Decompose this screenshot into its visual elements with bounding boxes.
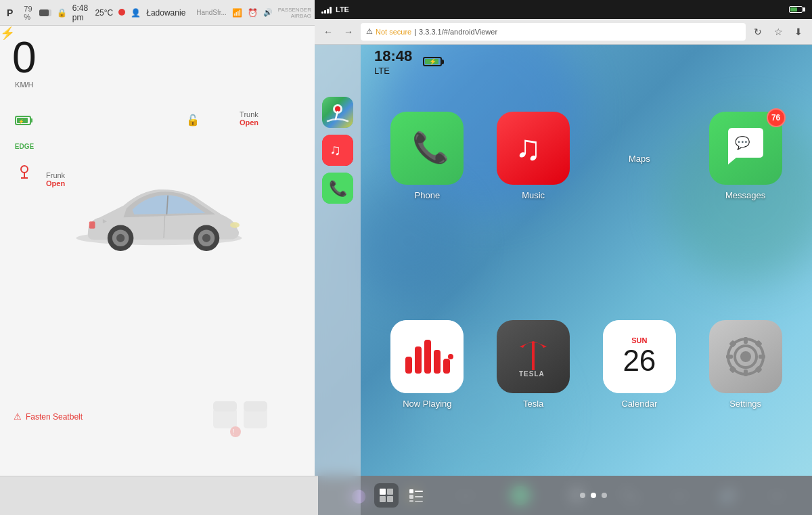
- svg-point-14: [202, 234, 210, 242]
- app-settings[interactable]: Settings: [699, 320, 792, 409]
- svg-text:📞: 📞: [329, 179, 348, 198]
- svg-text:♫: ♫: [515, 128, 541, 167]
- maps-label: Maps: [629, 154, 650, 164]
- svg-rect-46: [424, 340, 431, 374]
- url-bar[interactable]: ⚠ Not secure | 3.3.3.1/#/androidViewer: [361, 23, 746, 41]
- app-grid: 📞 Phone ♫ Music: [361, 45, 812, 476]
- svg-rect-71: [415, 501, 423, 502]
- page-dot-3[interactable]: [602, 493, 607, 498]
- speed-unit: KM/H: [12, 81, 37, 89]
- svg-rect-67: [415, 491, 423, 492]
- tesla-panel: P 79 % 🔒 6:48 pm 25°C 👤 Ładowanie HandSf…: [0, 0, 318, 515]
- app-now-playing[interactable]: Now Playing: [381, 320, 474, 409]
- tesla-taskbar: [0, 476, 318, 515]
- carplay-content: 18:48 LTE ⚡: [315, 45, 812, 515]
- svg-rect-19: [213, 401, 237, 411]
- browser-area: LTE ← → ⚠ Not secure | 3.3.3.1/#/android…: [315, 0, 812, 515]
- sidebar-phone-icon[interactable]: 📞: [322, 173, 353, 204]
- person-icon: 👤: [131, 8, 141, 18]
- url-text: 3.3.3.1/#/androidViewer: [419, 28, 497, 36]
- settings-label: Settings: [729, 399, 761, 409]
- handsfree-label: HandSfr...: [196, 9, 226, 16]
- music-icon[interactable]: ♫: [497, 112, 570, 185]
- svg-text:💬: 💬: [735, 135, 750, 150]
- svg-rect-48: [443, 359, 450, 374]
- page-dot-2[interactable]: [591, 493, 596, 498]
- app-music[interactable]: ♫ Music: [487, 112, 580, 200]
- svg-rect-57: [759, 355, 765, 359]
- seatbelt-icon: [15, 165, 34, 179]
- battery-percent: 79 %: [24, 5, 34, 21]
- sidebar-maps-icon[interactable]: [322, 97, 353, 128]
- park-indicator: P: [7, 7, 13, 18]
- carplay-top-bar: 18:48 LTE ⚡: [361, 45, 812, 79]
- edge-indicator: EDGE: [15, 139, 34, 153]
- svg-rect-70: [409, 500, 413, 502]
- lock-icon: 🔒: [57, 8, 67, 18]
- svg-text:TESLA: TESLA: [519, 370, 545, 378]
- svg-rect-44: [405, 357, 412, 374]
- svg-point-22: [230, 426, 241, 437]
- grid-view-icon[interactable]: [374, 483, 399, 508]
- svg-text:♫: ♫: [330, 141, 341, 158]
- speed-number: 0: [12, 36, 37, 79]
- now-playing-label: Now Playing: [403, 399, 451, 409]
- svg-point-49: [448, 354, 453, 359]
- svg-rect-17: [89, 221, 95, 229]
- calendar-label: Calendar: [621, 399, 657, 409]
- app-calendar[interactable]: SUN 26 Calendar: [593, 320, 686, 409]
- svg-rect-56: [726, 355, 733, 359]
- page-dots: [580, 493, 607, 498]
- carplay-bottom-dock: [361, 476, 812, 515]
- messages-badge: 76: [767, 108, 786, 127]
- seatbelt-warning: ⚠ Fasten Seatbelt: [14, 411, 83, 422]
- svg-point-4: [21, 166, 28, 173]
- signal-bars: [321, 5, 332, 14]
- back-button[interactable]: ←: [320, 24, 336, 40]
- now-playing-icon[interactable]: [390, 320, 464, 393]
- svg-rect-66: [409, 489, 413, 493]
- app-maps[interactable]: Maps: [593, 148, 686, 164]
- svg-rect-68: [409, 495, 413, 499]
- refresh-button[interactable]: ↻: [750, 24, 766, 40]
- tesla-label: Tesla: [523, 399, 543, 409]
- recording-dot: [118, 8, 125, 18]
- messages-label: Messages: [725, 190, 765, 200]
- speed-display: 0 KM/H: [12, 36, 37, 89]
- svg-text:📞: 📞: [412, 130, 447, 165]
- warning-icon-url: ⚠: [366, 27, 373, 36]
- tesla-icon[interactable]: TESLA: [497, 320, 570, 393]
- battery-icon: ⚡: [15, 114, 34, 127]
- app-messages[interactable]: 💬 76 Messages: [699, 112, 792, 200]
- time-display: 6:48 pm: [72, 3, 90, 22]
- android-status-bar: LTE: [315, 0, 812, 19]
- android-battery: [789, 6, 805, 13]
- charge-indicator: ⚡: [0, 26, 318, 41]
- settings-icon[interactable]: [709, 320, 782, 393]
- svg-text:⚡: ⚡: [18, 118, 24, 125]
- sidebar-music-icon[interactable]: ♫: [322, 135, 353, 166]
- car-seat-area: !: [203, 395, 291, 442]
- svg-rect-64: [380, 496, 386, 502]
- bookmark-button[interactable]: ☆: [770, 24, 786, 40]
- svg-rect-21: [244, 401, 267, 411]
- list-view-icon[interactable]: [404, 483, 428, 508]
- forward-button[interactable]: →: [340, 24, 357, 40]
- download-button[interactable]: ⬇: [790, 24, 807, 40]
- svg-point-11: [116, 234, 125, 242]
- passenger-airbag-text: PASSENGERAIRBAG: [278, 7, 311, 19]
- phone-icon[interactable]: 📞: [390, 112, 464, 185]
- calendar-icon[interactable]: SUN 26: [603, 320, 676, 393]
- svg-rect-65: [387, 496, 393, 502]
- carplay-time: 18:48: [374, 47, 412, 65]
- page-dot-1[interactable]: [580, 493, 585, 498]
- app-tesla[interactable]: TESLA Tesla: [487, 320, 580, 409]
- temperature-display: 25°C: [95, 8, 113, 18]
- car-image: [54, 107, 264, 310]
- carplay-sidebar: ♫ 📞: [315, 45, 361, 515]
- app-phone[interactable]: 📞 Phone: [381, 112, 474, 200]
- svg-rect-63: [387, 489, 393, 495]
- svg-text:!: !: [233, 428, 235, 436]
- carplay-battery: ⚡: [423, 57, 442, 66]
- network-type: LTE: [336, 5, 349, 14]
